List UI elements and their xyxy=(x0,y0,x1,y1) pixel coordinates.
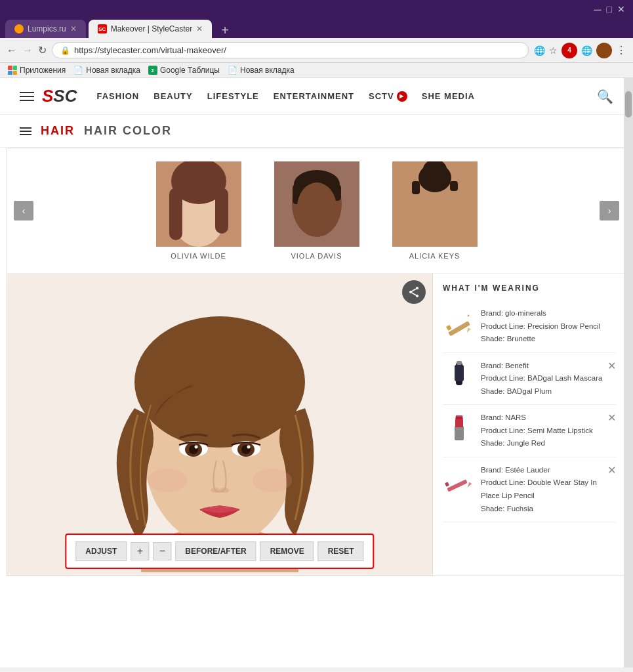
hamburger-menu[interactable] xyxy=(20,92,34,101)
celebrity-alicia[interactable]: ALICIA KEYS xyxy=(392,161,478,260)
preview-area: ADJUST + − BEFORE/AFTER REMOVE RESET xyxy=(7,274,432,576)
svg-line-45 xyxy=(468,315,469,316)
tab-lumpics[interactable]: Lumpics.ru ✕ xyxy=(5,20,86,38)
zoom-out-button[interactable]: − xyxy=(153,542,171,560)
site-logo[interactable]: SSC xyxy=(42,86,77,106)
viola-name: VIOLA DAVIS xyxy=(291,252,342,260)
tab-stylecaster[interactable]: SC Makeover | StyleCaster ✕ xyxy=(89,20,213,38)
svg-line-23 xyxy=(411,292,417,296)
before-after-button[interactable]: BEFORE/AFTER xyxy=(175,541,256,561)
svg-rect-49 xyxy=(455,426,464,440)
svg-rect-55 xyxy=(445,482,449,487)
hair-tabs: HAIR HAIR COLOR xyxy=(0,115,633,148)
reset-button[interactable]: RESET xyxy=(318,541,364,561)
back-button[interactable]: ← xyxy=(7,45,17,56)
bookmark-new-tab-1[interactable]: 📄 Новая вкладка xyxy=(73,66,140,75)
lock-icon: 🔒 xyxy=(60,46,70,55)
zoom-in-button[interactable]: + xyxy=(131,542,149,560)
product-item-brow: Brand: glo-minerals Product Line: Precis… xyxy=(443,301,616,353)
bookmark-sheets[interactable]: Σ Google Таблицы xyxy=(148,66,220,75)
face-preview xyxy=(52,277,387,572)
nav-beauty[interactable]: BEAUTY xyxy=(153,91,192,102)
lipstick-close-button[interactable]: ✕ xyxy=(607,411,616,424)
svg-point-37 xyxy=(247,446,251,449)
svg-rect-53 xyxy=(447,479,468,492)
reload-button[interactable]: ↻ xyxy=(38,44,47,56)
bookmark-apps[interactable]: Приложения xyxy=(8,66,66,75)
forward-button[interactable]: → xyxy=(22,45,33,56)
adjust-button[interactable]: ADJUST xyxy=(75,541,127,561)
mascara-product-info: Brand: Benefit Product Line: BADgal Lash… xyxy=(481,360,616,398)
mascara-close-button[interactable]: ✕ xyxy=(607,360,616,372)
globe-icon[interactable]: 🌐 xyxy=(581,45,592,56)
remove-button[interactable]: REMOVE xyxy=(260,541,314,561)
svg-rect-42 xyxy=(448,321,470,337)
makeover-area: ‹ xyxy=(7,148,626,576)
svg-point-38 xyxy=(211,488,220,493)
svg-rect-44 xyxy=(446,325,452,331)
svg-marker-43 xyxy=(465,327,472,333)
profile-avatar[interactable] xyxy=(596,43,612,58)
celebrity-grid: OLIVIA WILDE xyxy=(33,161,600,260)
viola-photo xyxy=(274,161,359,247)
browser-titlebar: ─ □ ✕ xyxy=(0,0,633,20)
page-scrollbar[interactable] xyxy=(624,78,633,667)
lipstick-image xyxy=(443,411,474,443)
search-button[interactable]: 🔍 xyxy=(597,89,613,104)
share-button[interactable] xyxy=(402,280,426,304)
product-item-lippencil: Brand: Estée Lauder Product Line: Double… xyxy=(443,457,616,522)
bookmark-icon[interactable]: ☆ xyxy=(549,45,558,56)
address-bar[interactable]: 🔒 https://stylecaster.com/virtual-makeov… xyxy=(52,42,529,58)
next-arrow[interactable]: › xyxy=(600,201,619,220)
site-nav: FASHION BEAUTY LIFESTYLE ENTERTAINMENT S… xyxy=(96,91,597,102)
svg-point-12 xyxy=(297,182,337,232)
minimize-icon[interactable]: ─ xyxy=(594,4,601,16)
translate-icon[interactable]: 🌐 xyxy=(534,45,545,56)
celebrity-viola[interactable]: VIOLA DAVIS xyxy=(274,161,359,260)
mascara-image xyxy=(443,360,474,391)
wearing-title: WHAT I'M WEARING xyxy=(443,284,616,293)
tab-hair-color[interactable]: HAIR COLOR xyxy=(84,124,172,138)
controls-bar: ADJUST + − BEFORE/AFTER REMOVE RESET xyxy=(65,534,374,569)
nav-sctv[interactable]: SCTV ▶ xyxy=(369,91,407,102)
prev-arrow[interactable]: ‹ xyxy=(14,201,33,220)
lippencil-product-info: Brand: Estée Lauder Product Line: Double… xyxy=(481,464,616,515)
svg-rect-17 xyxy=(412,181,420,194)
svg-point-36 xyxy=(195,446,198,449)
nav-entertainment[interactable]: ENTERTAINMENT xyxy=(274,91,354,102)
product-item-mascara: Brand: Benefit Product Line: BADgal Lash… xyxy=(443,353,616,406)
browser-tabs: Lumpics.ru ✕ SC Makeover | StyleCaster ✕… xyxy=(0,20,633,38)
nav-fashion[interactable]: FASHION xyxy=(96,91,139,102)
brow-product-info: Brand: glo-minerals Product Line: Precis… xyxy=(481,307,616,346)
svg-line-22 xyxy=(411,288,417,292)
profile-badge[interactable]: 4 xyxy=(562,43,577,58)
svg-rect-18 xyxy=(450,181,458,191)
brow-pencil-image xyxy=(443,307,474,339)
bookmarks-bar: Приложения 📄 Новая вкладка Σ Google Табл… xyxy=(0,63,633,78)
bookmark-new-tab-2[interactable]: 📄 Новая вкладка xyxy=(228,66,295,75)
svg-point-29 xyxy=(134,316,305,448)
tab-hair[interactable]: HAIR xyxy=(41,124,75,138)
hair-menu-icon[interactable] xyxy=(20,127,31,135)
lippencil-image xyxy=(443,464,474,495)
nav-shemedia[interactable]: SHE MEDIA xyxy=(422,91,475,102)
menu-icon[interactable]: ⋮ xyxy=(616,44,626,56)
nav-lifestyle[interactable]: LIFESTYLE xyxy=(207,91,259,102)
svg-point-39 xyxy=(220,488,229,493)
close-icon[interactable]: ✕ xyxy=(617,4,625,16)
tab-lumpics-close[interactable]: ✕ xyxy=(70,24,77,33)
win-controls: ─ □ ✕ xyxy=(594,4,625,16)
lipstick-product-info: Brand: NARS Product Line: Semi Matte Lip… xyxy=(481,411,616,450)
olivia-name: OLIVIA WILDE xyxy=(171,252,226,260)
svg-point-40 xyxy=(148,469,187,492)
toolbar-actions: 🌐 ☆ 4 🌐 ⋮ xyxy=(534,43,626,58)
svg-rect-47 xyxy=(455,365,464,381)
new-tab-button[interactable]: + xyxy=(214,23,235,38)
maximize-icon[interactable]: □ xyxy=(607,4,612,16)
lippencil-close-button[interactable]: ✕ xyxy=(607,464,616,476)
celebrity-selector: ‹ xyxy=(7,148,626,274)
celebrity-olivia[interactable]: OLIVIA WILDE xyxy=(156,161,241,260)
svg-rect-52 xyxy=(456,417,462,419)
svg-rect-50 xyxy=(455,419,463,427)
tab-stylecaster-close[interactable]: ✕ xyxy=(196,24,203,33)
